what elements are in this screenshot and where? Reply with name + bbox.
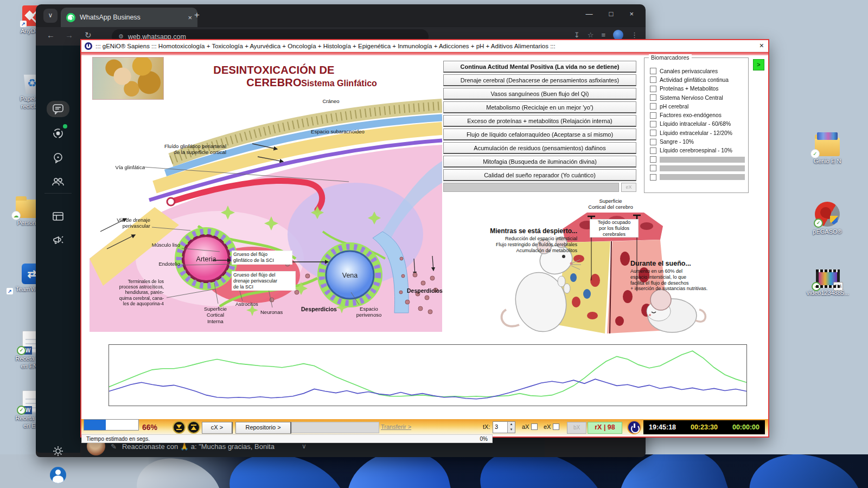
new-tab-button[interactable]: + <box>194 10 200 21</box>
folder-icon: ✓ <box>815 138 840 156</box>
tx-value[interactable]: 3 <box>493 422 507 433</box>
video-badge-icon: 321 <box>833 282 843 291</box>
action-button[interactable]: Metabolismo (Reciclaje en un mejor 'yo') <box>443 101 636 113</box>
sidebar-divider <box>44 193 72 194</box>
biomarker-checkbox[interactable] <box>650 121 656 127</box>
bookmark-star-icon[interactable]: ☆ <box>588 31 594 39</box>
biomarkers-panel: Biomarcadores Canales perivascularesActi… <box>644 57 749 193</box>
desktop-icon-pegaso[interactable]: ✓ pEGASO® <box>804 202 851 236</box>
biomarkers-go-button[interactable]: > <box>753 59 764 70</box>
biomarker-checkbox[interactable] <box>650 112 656 119</box>
ax-checkbox-group[interactable]: aX <box>522 423 538 430</box>
tab-search-chevron-button[interactable]: ∨ <box>43 9 58 23</box>
chat-reaction-text: Reaccionaste con 🙏 a: "Muchas gracias, B… <box>122 442 275 451</box>
app-close-button[interactable]: × <box>760 41 764 50</box>
browser-menu-icon[interactable]: ⋮ <box>631 31 638 39</box>
tx-stepper[interactable]: 3 ▲▼ <box>493 421 515 433</box>
back-button[interactable]: ← <box>47 30 55 40</box>
biomarker-checkbox[interactable] <box>650 147 656 154</box>
biomarkers-title: Biomarcadores <box>649 54 692 61</box>
eject-up-button[interactable] <box>187 421 200 434</box>
sidebar-item-channels[interactable] <box>47 150 69 166</box>
sidebar-item-advertise[interactable] <box>47 232 69 248</box>
action-button[interactable]: Flujo de líquido cefalorraquídeo (Acepta… <box>443 129 636 140</box>
transferir-link[interactable]: Transferir > <box>381 423 411 430</box>
tab-whatsapp-business[interactable]: WhatsApp Business × <box>61 8 197 27</box>
stepper-arrows[interactable]: ▲▼ <box>507 422 515 433</box>
desktop-icon-genio-folder[interactable]: ✓ Genio E N <box>804 133 851 165</box>
sidebar-item-settings[interactable] <box>47 443 69 459</box>
stepper-down-icon[interactable]: ▼ <box>508 427 515 433</box>
sync-check-icon: ✓ <box>814 219 823 228</box>
elapsed-time: 00:23:30 <box>691 423 718 431</box>
forward-button[interactable]: → <box>65 30 73 40</box>
window-close-button[interactable]: × <box>629 10 634 18</box>
sync-check-icon: ✓ <box>17 346 26 355</box>
biomarker-checkbox[interactable] <box>650 68 656 74</box>
action-button[interactable]: Mitofagia (Busqueda de iluminación divin… <box>443 156 636 168</box>
command-input-bar[interactable] <box>443 183 619 192</box>
tab-strip: ∨ WhatsApp Business × + — □ × <box>36 4 646 27</box>
page-subtitle: Sistema Glinfático <box>260 79 418 88</box>
sidebar-profile-avatar[interactable] <box>47 467 69 483</box>
biomarker-row: Sistema Nervioso Central <box>650 93 745 102</box>
chat-chevron-icon[interactable]: ∨ <box>302 442 307 450</box>
biomarker-checkbox[interactable] <box>650 139 656 145</box>
biomarker-checkbox[interactable] <box>650 130 656 136</box>
desktop-icon-label: video1234885... <box>807 290 849 297</box>
trend-chart <box>108 344 747 406</box>
genio-power-icon[interactable] <box>627 420 641 434</box>
biomarker-checkbox[interactable] <box>650 103 656 110</box>
biomarker-label: Actividad glinfática continua <box>660 77 729 83</box>
biomarker-checkbox[interactable] <box>650 94 656 101</box>
tab-close-icon[interactable]: × <box>188 14 192 22</box>
window-maximize-button[interactable]: □ <box>609 10 614 18</box>
biomarker-checkbox[interactable] <box>650 76 656 83</box>
biomarker-empty-bar <box>660 174 745 180</box>
eject-down-button[interactable] <box>173 421 186 434</box>
status-circle-icon <box>52 127 64 139</box>
biomarker-row: Líquido intracelular - 60/68% <box>650 120 745 129</box>
action-button[interactable]: Drenaje cerebral (Deshacerse de pensamie… <box>443 74 636 86</box>
window-minimize-button[interactable]: — <box>586 10 593 18</box>
biomarker-label: Factores exo-endógenos <box>660 112 722 118</box>
sync-check-icon: ✓ <box>17 406 26 415</box>
trend-chart-svg <box>109 345 746 406</box>
sidebar-item-communities[interactable] <box>47 174 69 190</box>
biomarker-checkbox[interactable] <box>650 174 656 181</box>
progress-percent: 66% <box>142 423 157 432</box>
action-button[interactable]: Exceso de proteínas + metabolitos (Relaj… <box>443 115 636 127</box>
bx-button[interactable]: bX <box>567 422 586 434</box>
svg-text:Arteria: Arteria <box>196 255 216 263</box>
ax-checkbox[interactable] <box>531 423 538 430</box>
sync-check-icon: ✓ <box>812 282 821 291</box>
timers-panel: 19:45:18 00:23:30 00:00:00 <box>643 420 765 434</box>
action-button[interactable]: Vasos sanguíneos (Buen flujo del Qi) <box>443 88 636 100</box>
desktop-icon-video[interactable]: ✓321 video1234885... <box>806 269 850 297</box>
action-button[interactable]: Continua Actitud Mental Positiva (La vid… <box>443 61 636 73</box>
biomarker-checkbox[interactable] <box>650 156 656 163</box>
cx-button[interactable]: cX > <box>202 422 233 434</box>
repositorio-button[interactable]: Repositorio > <box>235 422 291 434</box>
ex-checkbox[interactable] <box>553 423 559 430</box>
label-fluido-glinfatico: Fluído glinfático periarterial de la sup… <box>91 143 226 156</box>
pegaso-icon: ✓ <box>815 202 840 227</box>
sidebar-item-status[interactable] <box>47 125 69 142</box>
biomarker-label: pH cerebral <box>660 104 688 110</box>
biomarker-label: Proteínas + Metabolitos <box>660 86 718 92</box>
stepper-up-icon[interactable]: ▲ <box>508 422 515 427</box>
label-awake-title: Mientras se está despierto... <box>484 227 577 235</box>
app-logo-icon <box>85 42 92 50</box>
ex-small-button[interactable]: eX <box>621 183 636 192</box>
desktop-icon-label: pEGASO® <box>813 228 841 236</box>
label-grueso-drenaje: Grueso del flújo del drenaje perivascula… <box>232 271 296 291</box>
biomarker-checkbox[interactable] <box>650 165 656 171</box>
reading-list-icon[interactable]: ≡ <box>601 31 605 39</box>
downloads-icon[interactable]: ↧ <box>574 31 580 39</box>
action-button[interactable]: Calidad del sueño reparador (Yo cuántico… <box>443 169 636 181</box>
sidebar-item-chats[interactable] <box>47 101 69 117</box>
sidebar-item-catalog[interactable] <box>47 208 69 224</box>
action-button[interactable]: Acumulación de residuos (pensamientos) d… <box>443 142 636 154</box>
ex-checkbox-group[interactable]: eX <box>544 423 559 430</box>
biomarker-checkbox[interactable] <box>650 86 656 92</box>
